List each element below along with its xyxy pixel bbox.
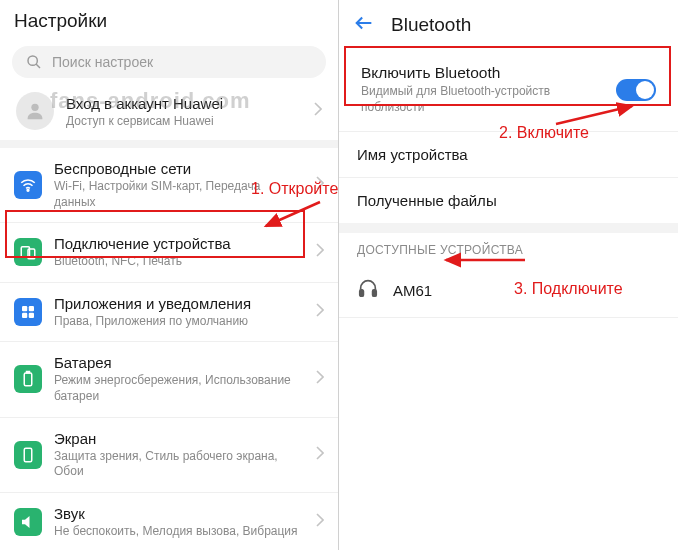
- wifi-icon: [14, 171, 42, 199]
- chevron-right-icon: [316, 446, 324, 464]
- bluetooth-device-name-row[interactable]: Имя устройства: [339, 132, 678, 178]
- item-subtitle: Wi-Fi, Настройки SIM-карт, Передача данн…: [54, 179, 304, 210]
- settings-item-battery[interactable]: Батарея Режим энергосбережения, Использо…: [0, 342, 338, 417]
- svg-rect-12: [24, 448, 32, 462]
- row-title: Полученные файлы: [357, 192, 497, 209]
- svg-point-0: [28, 56, 37, 65]
- svg-point-2: [31, 104, 38, 111]
- sound-icon: [14, 508, 42, 536]
- item-title: Батарея: [54, 354, 304, 371]
- bluetooth-title: Bluetooth: [391, 14, 471, 36]
- item-subtitle: Права, Приложения по умолчанию: [54, 314, 304, 330]
- chevron-right-icon: [316, 370, 324, 388]
- arrow-left-icon: [353, 12, 375, 34]
- settings-item-device-connection[interactable]: Подключение устройства Bluetooth, NFC, П…: [0, 223, 338, 283]
- svg-rect-8: [22, 313, 27, 318]
- account-row[interactable]: Вход в аккаунт Huawei Доступ к сервисам …: [0, 88, 338, 148]
- settings-item-wireless[interactable]: Беспроводные сети Wi-Fi, Настройки SIM-к…: [0, 148, 338, 223]
- item-subtitle: Защита зрения, Стиль рабочего экрана, Об…: [54, 449, 304, 480]
- item-subtitle: Не беспокоить, Мелодия вызова, Вибрация: [54, 524, 304, 540]
- chevron-right-icon: [314, 102, 322, 120]
- svg-point-3: [27, 189, 29, 191]
- item-subtitle: Режим энергосбережения, Использование ба…: [54, 373, 304, 404]
- svg-rect-6: [22, 306, 27, 311]
- svg-rect-7: [29, 306, 34, 311]
- bluetooth-enable-subtitle: Видимый для Bluetooth-устройств поблизос…: [361, 84, 608, 115]
- chevron-right-icon: [316, 513, 324, 531]
- device-connection-icon: [14, 238, 42, 266]
- item-title: Экран: [54, 430, 304, 447]
- account-title: Вход в аккаунт Huawei: [66, 95, 302, 112]
- back-button[interactable]: [353, 12, 375, 38]
- search-placeholder: Поиск настроек: [52, 54, 153, 70]
- item-title: Приложения и уведомления: [54, 295, 304, 312]
- bluetooth-toggle[interactable]: [616, 79, 656, 101]
- account-subtitle: Доступ к сервисам Huawei: [66, 114, 302, 128]
- settings-item-apps[interactable]: Приложения и уведомления Права, Приложен…: [0, 283, 338, 343]
- chevron-right-icon: [316, 303, 324, 321]
- item-title: Звук: [54, 505, 304, 522]
- device-name: AM61: [393, 282, 432, 299]
- bluetooth-enable-title: Включить Bluetooth: [361, 64, 608, 82]
- item-subtitle: Bluetooth, NFC, Печать: [54, 254, 304, 270]
- svg-rect-18: [373, 290, 377, 296]
- search-input[interactable]: Поиск настроек: [12, 46, 326, 78]
- avatar: [16, 92, 54, 130]
- settings-item-sound[interactable]: Звук Не беспокоить, Мелодия вызова, Вибр…: [0, 493, 338, 550]
- bluetooth-received-files-row[interactable]: Полученные файлы: [339, 178, 678, 223]
- svg-line-1: [36, 64, 40, 68]
- svg-rect-9: [29, 313, 34, 318]
- bluetooth-enable-row[interactable]: Включить Bluetooth Видимый для Bluetooth…: [349, 54, 668, 125]
- headphones-icon: [357, 277, 379, 303]
- settings-panel: Настройки Поиск настроек Вход в аккаунт …: [0, 0, 339, 550]
- search-icon: [26, 54, 42, 70]
- svg-rect-11: [27, 372, 30, 374]
- svg-rect-17: [360, 290, 364, 296]
- svg-rect-10: [24, 373, 32, 386]
- chevron-right-icon: [316, 176, 324, 194]
- settings-title: Настройки: [0, 0, 338, 40]
- display-icon: [14, 441, 42, 469]
- bluetooth-panel: Bluetooth Включить Bluetooth Видимый для…: [339, 0, 678, 550]
- row-title: Имя устройства: [357, 146, 468, 163]
- item-title: Беспроводные сети: [54, 160, 304, 177]
- chevron-right-icon: [316, 243, 324, 261]
- item-title: Подключение устройства: [54, 235, 304, 252]
- apps-icon: [14, 298, 42, 326]
- settings-item-display[interactable]: Экран Защита зрения, Стиль рабочего экра…: [0, 418, 338, 493]
- device-row-am61[interactable]: AM61: [339, 263, 678, 318]
- available-devices-label: ДОСТУПНЫЕ УСТРОЙСТВА: [339, 233, 678, 263]
- battery-icon: [14, 365, 42, 393]
